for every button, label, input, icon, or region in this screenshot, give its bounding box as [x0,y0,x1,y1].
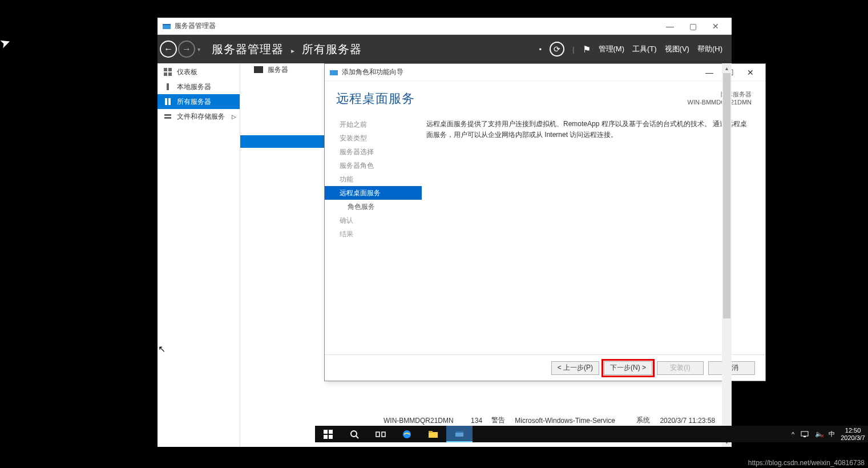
scrollbar-vertical[interactable]: ▴ ▾ [722,63,732,447]
next-button[interactable]: 下一步(N) > [604,361,652,375]
install-button: 安装(I) [657,361,704,375]
sidebar-label: 本地服务器 [177,82,211,92]
svg-rect-18 [376,432,380,437]
menu-manage[interactable]: 管理(M) [599,44,625,54]
nav-history-dropdown[interactable]: ▾ [197,46,200,53]
tray-network-icon[interactable] [800,430,809,439]
wizard-minimize-button[interactable]: — [699,64,720,80]
notifications-flag-icon[interactable]: ⚑ [583,44,591,55]
start-button[interactable] [315,426,341,442]
tray-ime[interactable]: 中 [829,430,835,438]
svg-rect-25 [801,431,808,436]
svg-rect-9 [164,114,171,116]
step-rds[interactable]: 远程桌面服务 [325,186,422,200]
step-install-type[interactable]: 安装类型 [325,131,422,145]
wizard-buttons: < 上一步(P) 下一步(N) > 安装(I) 取消 [325,354,765,381]
tray-volume-icon[interactable]: 🔈✕ [815,430,823,438]
svg-rect-11 [330,70,338,75]
svg-point-16 [351,431,357,437]
refresh-button[interactable]: ⟳ [550,42,564,57]
taskbar-explorer[interactable] [420,426,446,442]
svg-rect-8 [168,98,171,105]
sidebar-item-dashboard[interactable]: 仪表板 [158,64,240,79]
wizard-close-button[interactable]: ✕ [740,64,761,80]
svg-rect-6 [167,83,169,90]
clock-date: 2020/3/7 [841,434,865,441]
breadcrumb: 服务器管理器 ▸ 所有服务器 [212,42,362,57]
svg-rect-10 [164,117,171,119]
menu-tools[interactable]: 工具(T) [632,44,657,54]
step-features[interactable]: 功能 [325,172,422,186]
refresh-dot-icon: • [539,45,542,54]
step-confirm: 确认 [325,213,422,227]
wizard-body: 开始之前 安装类型 服务器选择 服务器角色 功能 远程桌面服务 角色服务 确认 … [325,111,765,356]
wizard-header: 远程桌面服务 目标服务器 WIN-BMMDQR21DMN [325,81,765,111]
prev-button[interactable]: < 上一步(P) [551,361,599,375]
wizard-target: 目标服务器 WIN-BMMDQR21DMN [688,90,752,106]
svg-rect-26 [804,436,806,437]
breadcrumb-root[interactable]: 服务器管理器 [212,43,284,55]
svg-rect-12 [324,430,328,434]
scroll-thumb[interactable] [723,73,730,318]
wizard-title: 添加角色和功能向导 [342,67,699,77]
nav-forward-button[interactable]: → [178,41,195,58]
step-results: 结果 [325,227,422,241]
cursor-icon: ↖ [158,344,165,354]
menu-view[interactable]: 视图(V) [665,44,689,54]
cursor-icon: ➤ [0,34,13,52]
sidebar-label: 仪表板 [177,67,197,77]
system-tray: ^ 🔈✕ 中 12:50 2020/3/7 💬 [792,427,868,441]
step-server-select[interactable]: 服务器选择 [325,145,422,159]
dashboard-icon [163,67,172,76]
menu-help[interactable]: 帮助(H) [697,44,722,54]
minimize-button[interactable]: — [659,18,681,34]
breadcrumb-current[interactable]: 所有服务器 [302,43,362,55]
target-server: WIN-BMMDQR21DMN [688,99,752,106]
taskview-button[interactable] [368,426,394,442]
nav-back-button[interactable]: ← [160,41,177,58]
taskbar: ^ 🔈✕ 中 12:50 2020/3/7 💬 [315,426,868,442]
step-before-begin[interactable]: 开始之前 [325,118,422,131]
wizard-dialog: 添加角色和功能向导 — ☐ ✕ 远程桌面服务 目标服务器 WIN-BMMDQR2… [324,63,766,381]
server-icon [163,82,172,91]
sidebar-item-all-servers[interactable]: 所有服务器 [158,94,240,109]
taskbar-ie[interactable] [394,426,420,442]
sidebar-item-storage[interactable]: 文件和存储服务 ▷ [158,109,240,124]
search-button[interactable] [341,426,368,442]
wizard-heading: 远程桌面服务 [336,90,415,107]
wizard-content-text: 远程桌面服务提供了支持用户连接到虚拟机、RemoteApp 程序以及基于会话的台… [422,111,765,356]
svg-rect-15 [329,435,333,439]
sidebar-item-local-server[interactable]: 本地服务器 [158,79,240,94]
svg-rect-5 [168,72,172,76]
desktop-region: 服务器管理器 — ▢ ✕ ← → ▾ 服务器管理器 ▸ 所有服务器 • ⟳ | … [158,18,732,447]
tray-clock[interactable]: 12:50 2020/3/7 [841,427,867,441]
close-button[interactable]: ✕ [704,18,727,34]
tray-overflow-icon[interactable]: ^ [792,431,794,438]
scroll-up-icon[interactable]: ▴ [722,63,732,73]
svg-rect-7 [165,98,167,105]
maximize-button[interactable]: ▢ [681,18,704,34]
servers-icon [163,97,172,106]
svg-rect-2 [164,68,167,71]
wizard-icon [329,68,338,77]
titlebar-caption: 服务器管理器 [175,21,659,31]
wizard-steps: 开始之前 安装类型 服务器选择 服务器角色 功能 远程桌面服务 角色服务 确认 … [325,111,422,356]
svg-rect-1 [163,24,171,25]
taskbar-server-manager[interactable] [446,426,473,442]
svg-rect-13 [329,430,333,434]
sidebar-label: 所有服务器 [177,97,211,107]
step-server-roles[interactable]: 服务器角色 [325,159,422,172]
svg-rect-3 [168,68,172,71]
wizard-titlebar[interactable]: 添加角色和功能向导 — ☐ ✕ [325,64,765,81]
svg-rect-19 [382,432,385,437]
server-group-icon [254,66,263,73]
titlebar[interactable]: 服务器管理器 — ▢ ✕ [158,18,732,35]
table-row[interactable]: WIN-BMMDQR21DMN 134 警告 Microsoft-Windows… [380,414,727,427]
step-role-services[interactable]: 角色服务 [325,200,422,213]
svg-rect-21 [429,432,438,438]
sidebar: 仪表板 本地服务器 所有服务器 文件和存储服务 ▷ [158,63,240,447]
storage-icon [163,112,172,121]
content-area: 服务器 务▾ ⌄ 务▾ ⌄ WIN-BMMDQR21DMN 13 [240,63,732,447]
cancel-button[interactable]: 取消 [708,361,755,375]
content-header-label: 服务器 [268,65,288,75]
